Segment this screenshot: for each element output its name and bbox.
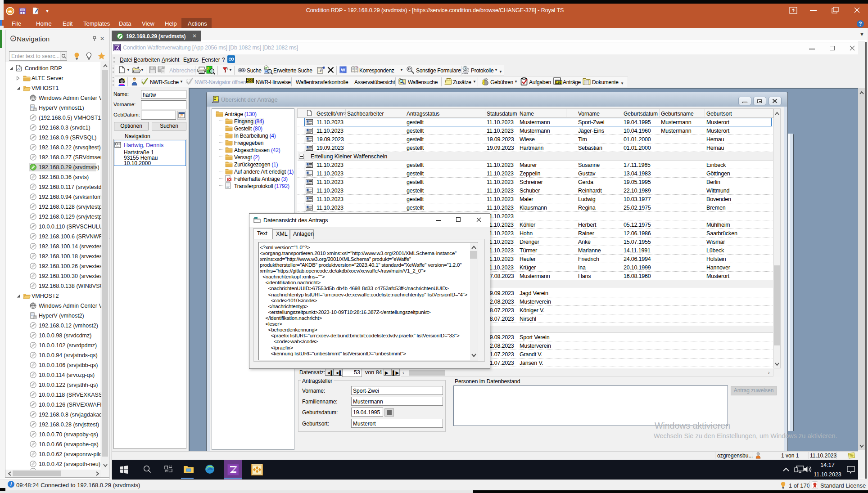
svg-text:163: 163 — [556, 81, 562, 85]
svg-text:209: 209 — [247, 78, 253, 83]
